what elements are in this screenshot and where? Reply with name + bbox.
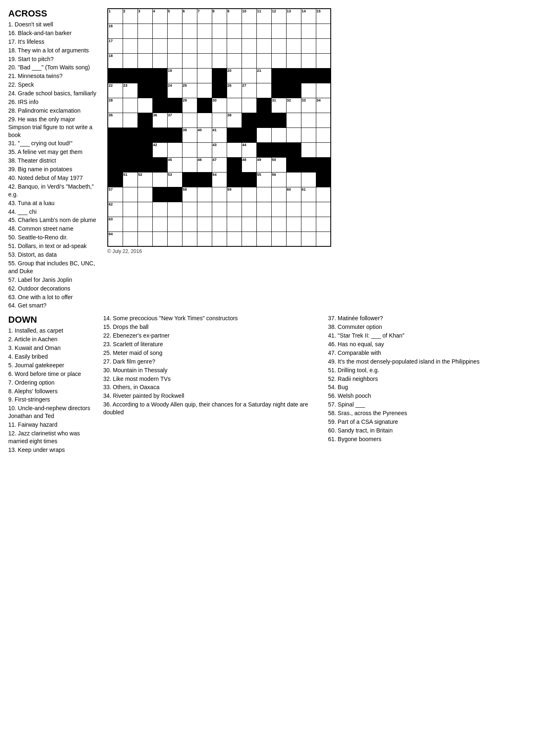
cell-15-14[interactable] xyxy=(301,217,316,232)
cell-4-10[interactable] xyxy=(242,53,256,68)
cell-15-11[interactable] xyxy=(256,217,271,232)
cell-10-10[interactable]: 44 xyxy=(242,142,256,157)
cell-14-8[interactable] xyxy=(212,202,227,217)
cell-1-12[interactable]: 12 xyxy=(271,9,286,24)
cell-7-12[interactable]: 31 xyxy=(271,98,286,113)
cell-6-6[interactable]: 25 xyxy=(182,83,197,98)
cell-3-14[interactable] xyxy=(301,38,316,53)
cell-4-7[interactable] xyxy=(197,53,212,68)
cell-4-13[interactable] xyxy=(286,53,301,68)
cell-10-9[interactable] xyxy=(227,142,242,157)
cell-11-11[interactable]: 49 xyxy=(256,157,271,172)
cell-7-9[interactable] xyxy=(227,98,242,113)
cell-4-2[interactable] xyxy=(123,53,137,68)
cell-2-8[interactable] xyxy=(212,24,227,38)
cell-11-6[interactable] xyxy=(182,157,197,172)
cell-14-11[interactable] xyxy=(256,202,271,217)
cell-15-1[interactable]: 63 xyxy=(108,217,123,232)
cell-10-3[interactable] xyxy=(137,142,152,157)
cell-4-1[interactable]: 18 xyxy=(108,53,123,68)
cell-4-11[interactable] xyxy=(256,53,271,68)
cell-14-9[interactable] xyxy=(227,202,242,217)
cell-16-14[interactable] xyxy=(301,232,316,246)
cell-15-12[interactable] xyxy=(271,217,286,232)
cell-7-3[interactable] xyxy=(137,98,152,113)
cell-7-13[interactable]: 32 xyxy=(286,98,301,113)
cell-13-5[interactable] xyxy=(167,187,182,202)
cell-6-10[interactable]: 27 xyxy=(242,83,256,98)
cell-12-9[interactable] xyxy=(227,172,242,187)
cell-5-7[interactable] xyxy=(197,68,212,83)
cell-12-1[interactable] xyxy=(108,172,123,187)
cell-13-13[interactable]: 60 xyxy=(286,187,301,202)
cell-4-5[interactable] xyxy=(167,53,182,68)
cell-3-6[interactable] xyxy=(182,38,197,53)
cell-7-4[interactable] xyxy=(152,98,167,113)
cell-7-15[interactable]: 34 xyxy=(316,98,331,113)
cell-16-8[interactable] xyxy=(212,232,227,246)
cell-6-14[interactable] xyxy=(301,83,316,98)
cell-16-3[interactable] xyxy=(137,232,152,246)
cell-8-6[interactable] xyxy=(182,113,197,128)
cell-3-7[interactable] xyxy=(197,38,212,53)
cell-11-8[interactable]: 47 xyxy=(212,157,227,172)
cell-1-11[interactable]: 11 xyxy=(256,9,271,24)
cell-11-12[interactable]: 50 xyxy=(271,157,286,172)
cell-11-1[interactable] xyxy=(108,157,123,172)
cell-16-9[interactable] xyxy=(227,232,242,246)
cell-1-5[interactable]: 5 xyxy=(167,9,182,24)
cell-1-7[interactable]: 7 xyxy=(197,9,212,24)
cell-5-5[interactable]: 19 xyxy=(167,68,182,83)
cell-16-12[interactable] xyxy=(271,232,286,246)
cell-10-1[interactable] xyxy=(108,142,123,157)
cell-8-12[interactable] xyxy=(271,113,286,128)
cell-6-13[interactable] xyxy=(286,83,301,98)
cell-14-10[interactable] xyxy=(242,202,256,217)
cell-9-10[interactable] xyxy=(242,128,256,142)
cell-3-11[interactable] xyxy=(256,38,271,53)
cell-12-13[interactable] xyxy=(286,172,301,187)
cell-2-1[interactable]: 16 xyxy=(108,24,123,38)
cell-2-12[interactable] xyxy=(271,24,286,38)
cell-15-13[interactable] xyxy=(286,217,301,232)
cell-6-11[interactable] xyxy=(256,83,271,98)
cell-13-7[interactable] xyxy=(197,187,212,202)
cell-12-7[interactable] xyxy=(197,172,212,187)
cell-13-11[interactable] xyxy=(256,187,271,202)
cell-11-15[interactable] xyxy=(316,157,331,172)
cell-10-13[interactable] xyxy=(286,142,301,157)
cell-2-11[interactable] xyxy=(256,24,271,38)
cell-8-13[interactable] xyxy=(286,113,301,128)
cell-9-6[interactable]: 39 xyxy=(182,128,197,142)
cell-8-14[interactable] xyxy=(301,113,316,128)
cell-15-6[interactable] xyxy=(182,217,197,232)
cell-1-13[interactable]: 13 xyxy=(286,9,301,24)
cell-14-1[interactable]: 62 xyxy=(108,202,123,217)
cell-6-4[interactable] xyxy=(152,83,167,98)
cell-9-9[interactable] xyxy=(227,128,242,142)
cell-9-12[interactable] xyxy=(271,128,286,142)
cell-11-5[interactable]: 45 xyxy=(167,157,182,172)
cell-6-5[interactable]: 24 xyxy=(167,83,182,98)
cell-13-4[interactable] xyxy=(152,187,167,202)
cell-1-4[interactable]: 4 xyxy=(152,9,167,24)
cell-10-12[interactable] xyxy=(271,142,286,157)
cell-6-12[interactable] xyxy=(271,83,286,98)
cell-5-2[interactable] xyxy=(123,68,137,83)
cell-6-15[interactable] xyxy=(316,83,331,98)
cell-16-11[interactable] xyxy=(256,232,271,246)
cell-1-10[interactable]: 10 xyxy=(242,9,256,24)
cell-11-10[interactable]: 48 xyxy=(242,157,256,172)
cell-12-4[interactable] xyxy=(152,172,167,187)
cell-1-6[interactable]: 6 xyxy=(182,9,197,24)
cell-5-4[interactable] xyxy=(152,68,167,83)
cell-8-4[interactable]: 36 xyxy=(152,113,167,128)
cell-6-7[interactable] xyxy=(197,83,212,98)
cell-9-1[interactable] xyxy=(108,128,123,142)
cell-14-13[interactable] xyxy=(286,202,301,217)
cell-12-2[interactable]: 51 xyxy=(123,172,137,187)
cell-7-7[interactable] xyxy=(197,98,212,113)
cell-1-9[interactable]: 9 xyxy=(227,9,242,24)
cell-11-7[interactable]: 46 xyxy=(197,157,212,172)
cell-11-2[interactable] xyxy=(123,157,137,172)
